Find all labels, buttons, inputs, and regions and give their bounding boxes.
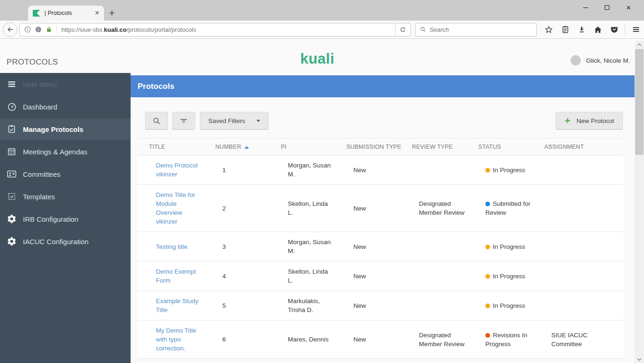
page-info-icon[interactable] bbox=[24, 26, 31, 33]
scroll-up-button[interactable] bbox=[635, 41, 644, 49]
sidebar-item-irb-configuration[interactable]: IRB Configuration bbox=[0, 208, 131, 230]
sidebar-item-manage-protocols[interactable]: Manage Protocols bbox=[0, 118, 131, 140]
table-row: Demo Exempt Form 4 Skelton, Linda L. New… bbox=[138, 261, 623, 291]
sidebar-item-committees[interactable]: Committees bbox=[0, 163, 131, 185]
minimize-icon bbox=[583, 7, 588, 8]
column-header-submission-type[interactable]: SUBMISSION TYPE bbox=[346, 144, 412, 150]
app-header: PROTOCOLS kuali Glick, Nicole M. bbox=[0, 39, 635, 73]
pocket-icon bbox=[610, 25, 619, 34]
minimize-button[interactable] bbox=[575, 1, 596, 14]
hamburger-icon bbox=[632, 25, 640, 34]
column-header-assignment[interactable]: ASSIGNMENT bbox=[544, 144, 623, 150]
cell-number: 2 bbox=[215, 204, 281, 213]
sidebar-item-label: Hide Menu bbox=[23, 80, 57, 88]
table-row: Testing title 3 Morgan, Susan M. New In … bbox=[138, 232, 623, 261]
protocol-title-link[interactable]: My Demo Title with typo correction. bbox=[138, 326, 215, 353]
cell-submission-type: New bbox=[346, 166, 412, 174]
downloads-button[interactable] bbox=[573, 22, 590, 37]
url-path: /protocols/portal/protocols bbox=[126, 26, 196, 33]
browser-titlebar: | Protocols × + × bbox=[0, 0, 644, 21]
search-button[interactable] bbox=[145, 112, 168, 130]
reload-button[interactable] bbox=[395, 23, 410, 36]
chevron-down-icon bbox=[256, 120, 260, 122]
filter-button[interactable] bbox=[172, 112, 195, 130]
url-bar[interactable]: https://siue-sbx.kuali.co/protocols/port… bbox=[19, 23, 411, 36]
navbar-buttons bbox=[541, 22, 644, 37]
sidebar-item-templates[interactable]: Templates bbox=[0, 185, 131, 208]
status-label: Revisions In Progress bbox=[485, 332, 527, 348]
column-header-label: NUMBER bbox=[215, 144, 241, 150]
status-label: In Progress bbox=[493, 243, 525, 250]
new-protocol-button[interactable]: + New Protocol bbox=[556, 112, 623, 130]
sidebar-item-meetings-agendas[interactable]: Meetings & Agendas bbox=[0, 140, 131, 163]
sidebar-item-label: Meetings & Agendas bbox=[23, 148, 88, 156]
cell-submission-type: New bbox=[346, 272, 412, 281]
back-button[interactable] bbox=[3, 22, 17, 37]
scrollbar-thumb[interactable] bbox=[635, 49, 644, 155]
status-label: In Progress bbox=[493, 302, 525, 309]
gauge-icon bbox=[7, 102, 17, 112]
status-label: In Progress bbox=[493, 167, 525, 174]
table-row: My Demo Title with typo correction. 6 Ma… bbox=[138, 320, 623, 359]
contact-card-icon bbox=[7, 169, 17, 179]
saved-filters-dropdown[interactable]: Saved Filters bbox=[200, 112, 269, 130]
protocol-title-link[interactable]: Example Study Title bbox=[138, 297, 215, 314]
filter-icon bbox=[179, 116, 188, 125]
kuali-logo: kuali bbox=[300, 51, 334, 67]
browser-tab[interactable]: | Protocols × bbox=[28, 6, 104, 21]
bookmark-star-button[interactable] bbox=[541, 22, 557, 37]
status-label: Submitted for Review bbox=[485, 200, 530, 216]
table-row: Demo Protocol vikinzer 1 Morgan, Susan M… bbox=[138, 155, 623, 185]
cell-status: In Progress bbox=[478, 272, 544, 281]
cell-number: 1 bbox=[215, 166, 281, 174]
status-dot-icon bbox=[485, 245, 490, 249]
page-scrollbar[interactable] bbox=[635, 41, 644, 363]
cell-pi: Mares, Dennis bbox=[281, 335, 346, 344]
maximize-button[interactable] bbox=[596, 1, 618, 14]
browser-window: | Protocols × + × bbox=[0, 0, 644, 363]
bookmarks-menu-button[interactable] bbox=[557, 22, 573, 37]
search-icon bbox=[420, 26, 426, 33]
sidebar-item-hide-menu[interactable]: Hide Menu bbox=[0, 73, 131, 95]
page-title: Protocols bbox=[138, 82, 174, 91]
close-button[interactable]: × bbox=[618, 1, 639, 14]
main-panel: Protocols bbox=[131, 73, 635, 363]
column-header-status[interactable]: STATUS bbox=[478, 144, 544, 150]
search-bar[interactable]: Search bbox=[415, 23, 537, 36]
protocol-title-link[interactable]: Testing title bbox=[138, 242, 215, 251]
url-text[interactable]: https://siue-sbx.kuali.co/protocols/port… bbox=[61, 26, 196, 33]
tab-close-icon[interactable]: × bbox=[95, 9, 99, 17]
pocket-button[interactable] bbox=[606, 22, 622, 37]
tracking-protection-icon[interactable] bbox=[35, 26, 42, 33]
protocols-table: TITLE NUMBER PI SUBMISSION TYPE REVIEW T… bbox=[138, 138, 623, 359]
column-header-number[interactable]: NUMBER bbox=[215, 144, 281, 150]
browser-menu-button[interactable] bbox=[628, 22, 644, 37]
cell-submission-type: New bbox=[346, 204, 412, 213]
status-dot-icon bbox=[485, 168, 490, 173]
protocol-title-link[interactable]: Demo Title for Module Overview vikinzer bbox=[138, 190, 215, 226]
protocol-title-link[interactable]: Demo Exempt Form bbox=[138, 267, 215, 285]
column-header-title[interactable]: TITLE bbox=[138, 144, 215, 150]
search-icon bbox=[152, 116, 161, 125]
sidebar-item-dashboard[interactable]: Dashboard bbox=[0, 95, 131, 118]
app-title: PROTOCOLS bbox=[7, 58, 58, 67]
new-tab-button[interactable]: + bbox=[109, 7, 115, 19]
home-button[interactable] bbox=[590, 22, 606, 37]
site-identity bbox=[20, 26, 57, 33]
cell-number: 5 bbox=[215, 301, 281, 310]
kuali-app: PROTOCOLS kuali Glick, Nicole M. Hide Me… bbox=[0, 39, 644, 363]
scroll-down-button[interactable] bbox=[635, 355, 644, 363]
secure-lock-icon[interactable] bbox=[45, 26, 52, 33]
search-placeholder: Search bbox=[430, 26, 449, 33]
new-protocol-label: New Protocol bbox=[577, 117, 614, 124]
status-dot-icon bbox=[485, 202, 490, 206]
sidebar-item-label: Templates bbox=[23, 193, 55, 201]
column-header-pi[interactable]: PI bbox=[281, 144, 346, 150]
user-menu[interactable]: Glick, Nicole M. bbox=[571, 55, 630, 65]
protocol-title-link[interactable]: Demo Protocol vikinzer bbox=[138, 161, 215, 179]
cell-submission-type: New bbox=[346, 301, 412, 310]
column-header-review-type[interactable]: REVIEW TYPE bbox=[412, 144, 478, 150]
browser-navbar: https://siue-sbx.kuali.co/protocols/port… bbox=[0, 21, 644, 39]
cell-assignment: SIUE IACUC Committee bbox=[544, 331, 623, 348]
sidebar-item-iacuc-configuration[interactable]: IACUC Configuration bbox=[0, 230, 131, 253]
